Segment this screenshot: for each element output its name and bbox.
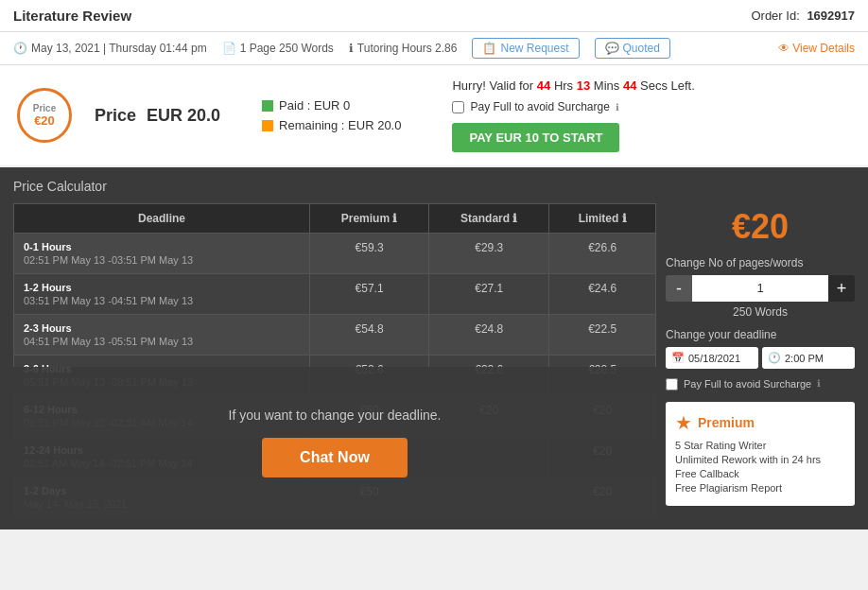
remaining-indicator — [262, 120, 273, 131]
file-icon: 📋 — [482, 42, 496, 55]
calendar-icon: 📅 — [671, 352, 685, 364]
col-standard: Standard ℹ — [429, 204, 549, 234]
stepper-plus-button[interactable]: + — [828, 275, 855, 302]
clock-icon: 🕐 — [13, 42, 27, 55]
stepper-minus-button[interactable]: - — [666, 275, 692, 302]
eye-icon: 👁 — [778, 42, 790, 55]
surcharge-info-icon[interactable]: ℹ — [616, 102, 619, 113]
view-details-link[interactable]: 👁 View Details — [778, 42, 855, 55]
top-header: Literature Review Order Id: 1692917 — [0, 0, 868, 32]
time-input[interactable]: 🕐 2:00 PM — [762, 347, 855, 369]
tutoring-info: ℹ Tutoring Hours 2.86 — [349, 42, 458, 55]
premium-item: 5 Star Rating Writer — [675, 440, 845, 451]
standard-cell: €27.1 — [429, 274, 549, 315]
deadline-cell: 0-1 Hours 02:51 PM May 13 -03:51 PM May … — [14, 234, 310, 274]
price-main-label: Price EUR 20.0 — [95, 106, 220, 126]
calculator-title: Price Calculator — [13, 179, 855, 194]
standard-cell: €29.3 — [429, 234, 549, 274]
premium-header: ★ Premium — [675, 411, 845, 434]
quote-icon: 💬 — [605, 42, 619, 55]
premium-cell: €57.1 — [310, 274, 429, 315]
calc-layout: Deadline Premium ℹ Standard ℹ Limited ℹ … — [13, 203, 855, 518]
price-circle: Price €20 — [17, 88, 72, 143]
premium-title: Premium — [698, 415, 755, 430]
chat-overlay: If you want to change your deadline. Cha… — [13, 367, 656, 518]
side-panel: €20 Change No of pages/words - 1 + 250 W… — [666, 203, 855, 518]
date-info: 🕐 May 13, 2021 | Thursday 01:44 pm — [13, 42, 207, 55]
hurry-section: Hurry! Valid for 44 Hrs 13 Mins 44 Secs … — [452, 78, 694, 152]
table-area: Deadline Premium ℹ Standard ℹ Limited ℹ … — [13, 203, 656, 518]
paid-indicator — [262, 100, 273, 112]
order-id: Order Id: 1692917 — [751, 9, 855, 23]
stepper-value: 1 — [692, 275, 828, 302]
limited-cell: €26.6 — [549, 234, 656, 274]
premium-box: ★ Premium 5 Star Rating WriterUnlimited … — [666, 402, 855, 506]
col-deadline: Deadline — [14, 204, 310, 234]
table-wrapper: Deadline Premium ℹ Standard ℹ Limited ℹ … — [13, 203, 656, 518]
surcharge-side-checkbox[interactable] — [666, 378, 678, 390]
surcharge-checkbox[interactable] — [452, 101, 464, 113]
premium-cell: €54.8 — [310, 315, 429, 356]
price-details: Paid : EUR 0 Remaining : EUR 20.0 — [262, 98, 401, 132]
info-icon: ℹ — [349, 42, 354, 55]
paid-row: Paid : EUR 0 — [262, 98, 401, 113]
words-label: 250 Words — [666, 305, 855, 319]
price-section: Price €20 Price EUR 20.0 Paid : EUR 0 Re… — [0, 65, 868, 167]
chat-now-button[interactable]: Chat Now — [262, 438, 408, 477]
hurry-text: Hurry! Valid for 44 Hrs 13 Mins 44 Secs … — [452, 78, 694, 93]
col-premium: Premium ℹ — [310, 204, 429, 234]
table-row[interactable]: 2-3 Hours 04:51 PM May 13 -05:51 PM May … — [14, 315, 656, 356]
limited-cell: €22.5 — [549, 315, 656, 356]
date-row: 📅 05/18/2021 🕐 2:00 PM — [666, 347, 855, 369]
standard-cell: €24.8 — [429, 315, 549, 356]
pages-info: 📄 1 Page 250 Words — [222, 42, 334, 55]
page-title: Literature Review — [13, 8, 131, 24]
pages-words-label: Change No of pages/words — [666, 256, 855, 269]
surcharge-row: Pay Full to avoid Surcharge ℹ — [452, 100, 694, 113]
col-limited: Limited ℹ — [549, 204, 656, 234]
overlay-text: If you want to change your deadline. — [229, 408, 442, 423]
premium-item: Free Plagiarism Report — [675, 482, 845, 494]
deadline-cell: 1-2 Hours 03:51 PM May 13 -04:51 PM May … — [14, 274, 310, 315]
info-bar: 🕐 May 13, 2021 | Thursday 01:44 pm 📄 1 P… — [0, 32, 868, 65]
deadline-label: Change your deadline — [666, 328, 855, 341]
premium-items-container: 5 Star Rating WriterUnlimited Rework wit… — [675, 440, 845, 494]
surcharge-side-info-icon[interactable]: ℹ — [817, 378, 821, 389]
quoted-button[interactable]: 💬 Quoted — [595, 38, 670, 59]
table-row[interactable]: 0-1 Hours 02:51 PM May 13 -03:51 PM May … — [14, 234, 656, 274]
surcharge-side: Pay Full to avoid Surcharge ℹ — [666, 378, 855, 390]
calculator-section: Price Calculator Deadline Premium ℹ Stan… — [0, 167, 868, 529]
stepper-row: - 1 + — [666, 275, 855, 302]
premium-cell: €59.3 — [310, 234, 429, 274]
surcharge-side-label: Pay Full to avoid Surcharge — [684, 378, 811, 390]
new-request-button[interactable]: 📋 New Request — [472, 38, 579, 59]
time-icon: 🕐 — [768, 352, 781, 364]
premium-item: Unlimited Rework with in 24 hrs — [675, 454, 845, 465]
premium-item: Free Callback — [675, 468, 845, 479]
remaining-row: Remaining : EUR 20.0 — [262, 118, 401, 132]
table-row[interactable]: 1-2 Hours 03:51 PM May 13 -04:51 PM May … — [14, 274, 656, 315]
pay-button[interactable]: PAY EUR 10 TO START — [452, 123, 619, 152]
date-input[interactable]: 📅 05/18/2021 — [666, 347, 758, 369]
doc-icon: 📄 — [222, 42, 236, 55]
star-icon: ★ — [675, 411, 692, 434]
limited-cell: €24.6 — [549, 274, 656, 315]
deadline-cell: 2-3 Hours 04:51 PM May 13 -05:51 PM May … — [14, 315, 310, 356]
euro-amount: €20 — [666, 207, 855, 247]
